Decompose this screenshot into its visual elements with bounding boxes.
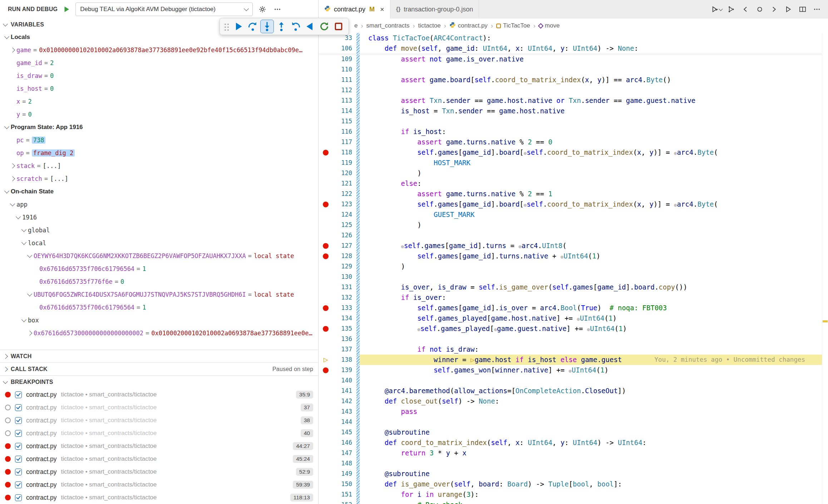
start-debug-button[interactable] — [62, 5, 71, 14]
code-line-content[interactable]: self.games_played[game.host.native] += ●… — [360, 313, 828, 323]
breakpoint-gutter[interactable]: ▷ — [319, 355, 333, 365]
variable-row[interactable]: game=0x010000000102010002a0693878ae37736… — [0, 44, 318, 56]
variables-scope-row[interactable]: Program State: App 1916 — [0, 121, 318, 134]
breakpoint-list-item[interactable]: contract.pytictactoe • smart_contracts/t… — [0, 427, 318, 440]
code-line-144[interactable]: 144 — [319, 417, 828, 427]
code-line-134[interactable]: 134 self.games_played[game.host.native] … — [319, 313, 828, 323]
variable-row[interactable]: pc=738 — [0, 134, 318, 147]
code-line-content[interactable]: @subroutine — [360, 427, 828, 438]
stop-button[interactable] — [332, 20, 345, 33]
code-line-137[interactable]: 137 if not is_draw: — [319, 344, 828, 355]
code-line-110[interactable]: 110 — [319, 64, 828, 75]
code-line-content[interactable] — [360, 334, 828, 344]
split-editor-button[interactable] — [797, 3, 809, 15]
code-line-content[interactable] — [360, 272, 828, 282]
code-line-143[interactable]: 143 pass — [319, 406, 828, 417]
code-line-117[interactable]: 117 assert game.turns.native % 2 == 0 — [319, 137, 828, 147]
code-line-content[interactable]: self.games[game_id].is_over = arc4.Bool(… — [360, 303, 828, 313]
step-out-button[interactable] — [275, 20, 288, 33]
breakpoint-gutter[interactable] — [319, 95, 333, 106]
more-views-icon[interactable] — [272, 4, 283, 15]
code-line-content[interactable] — [360, 85, 828, 95]
variable-row[interactable]: 0x67616d65735f706c61796564=1 — [0, 262, 318, 275]
debug-config-dropdown[interactable]: Debug TEAL via AlgoKit AVM Debugger (tic… — [75, 3, 253, 16]
breakpoint-gutter[interactable] — [319, 489, 333, 500]
code-line-152[interactable]: 152 # Row check — [319, 500, 828, 504]
code-line-content[interactable]: is_over, is_draw = self.is_game_over(sel… — [360, 282, 828, 292]
code-line-119[interactable]: 119 HOST_MARK — [319, 158, 828, 168]
code-line-content[interactable]: assert not game.is_over.native — [360, 54, 828, 64]
breakpoint-gutter[interactable] — [319, 220, 333, 230]
code-editor[interactable]: 33class TicTacToe(ARC4Contract):106 def … — [319, 33, 828, 504]
code-line-138[interactable]: ▷138 winner = ▷game.host if is_host else… — [319, 355, 828, 365]
code-line-111[interactable]: 111 assert game.board[self.coord_to_matr… — [319, 75, 828, 85]
code-line-content[interactable]: def is_game_over(self, board: Board) -> … — [360, 479, 828, 489]
breakpoint-gutter[interactable] — [319, 127, 333, 137]
breakpoint-checkbox[interactable] — [15, 417, 22, 424]
code-line-113[interactable]: 113 assert Txn.sender == game.host.nativ… — [319, 95, 828, 106]
breakpoint-gutter[interactable] — [319, 85, 333, 95]
code-line-content[interactable]: winner = ▷game.host if is_host else game… — [360, 355, 828, 365]
breadcrumb-item-tictactoe[interactable]: tictactoe — [418, 22, 440, 29]
breakpoint-gutter[interactable] — [319, 292, 333, 303]
variable-row[interactable]: is_host=0 — [0, 82, 318, 95]
code-line-145[interactable]: 145 @subroutine — [319, 427, 828, 438]
breakpoint-checkbox[interactable] — [15, 443, 22, 450]
variable-row[interactable]: 0x67616d65735f776f6e=0 — [0, 275, 318, 288]
code-line-content[interactable] — [360, 230, 828, 241]
step-into-button[interactable] — [261, 20, 273, 33]
code-line-150[interactable]: 150 def is_game_over(self, board: Board)… — [319, 479, 828, 489]
breakpoint-gutter[interactable] — [319, 189, 333, 199]
code-line-125[interactable]: 125 ) — [319, 220, 828, 230]
variable-row[interactable]: app — [0, 198, 318, 211]
navigate-back-icon[interactable] — [739, 3, 751, 15]
code-line-content[interactable]: self.games_won[winner.native] += ●UInt64… — [360, 365, 828, 375]
breadcrumb-item-smart_contracts[interactable]: smart_contracts — [366, 22, 409, 29]
breakpoint-gutter[interactable] — [319, 406, 333, 417]
breakpoint-checkbox[interactable] — [15, 481, 22, 488]
code-line-106[interactable]: 106 def move(self, game_id: UInt64, x: U… — [319, 43, 828, 54]
breakpoint-gutter[interactable] — [319, 75, 333, 85]
code-line-content[interactable]: assert Txn.sender == game.host.native or… — [360, 95, 828, 106]
reverse-continue-button[interactable] — [304, 20, 316, 33]
code-line-128[interactable]: 128 self.games[game_id].turns.native + ●… — [319, 251, 828, 261]
breakpoint-dot[interactable] — [323, 253, 329, 259]
breakpoint-list-item[interactable]: contract.pytictactoe • smart_contracts/t… — [0, 478, 318, 491]
variable-row[interactable]: 0x67616d6573000000000000000002=0x0100020… — [0, 327, 318, 340]
code-line-109[interactable]: 109 assert not game.is_over.native — [319, 54, 828, 64]
run-debug-icon[interactable] — [782, 3, 794, 15]
breakpoint-checkbox[interactable] — [15, 469, 22, 475]
breakpoint-gutter[interactable] — [319, 469, 333, 479]
toolbar-drag-handle[interactable] — [223, 22, 229, 31]
code-line-148[interactable]: 148 — [319, 458, 828, 469]
variable-row[interactable]: x=2 — [0, 95, 318, 108]
variable-row[interactable]: local — [0, 237, 318, 249]
breakpoint-gutter[interactable] — [319, 448, 333, 458]
code-line-132[interactable]: 132 if is_over: — [319, 292, 828, 303]
breakpoint-gutter[interactable] — [319, 106, 333, 116]
variable-row[interactable]: 0x67616d65735f706c61796564=1 — [0, 301, 318, 314]
breakpoint-gutter[interactable] — [319, 365, 333, 375]
breakpoint-dot[interactable] — [323, 326, 329, 332]
code-line-121[interactable]: 121 else: — [319, 178, 828, 189]
continue-button[interactable] — [232, 20, 245, 33]
breakpoint-checkbox[interactable] — [15, 391, 22, 398]
code-line-127[interactable]: 127 ●self.games[game_id].turns = ●arc4.U… — [319, 241, 828, 251]
breakpoint-gutter[interactable] — [319, 438, 333, 448]
breakpoint-gutter[interactable] — [319, 313, 333, 323]
breakpoint-gutter[interactable] — [319, 458, 333, 469]
breakpoint-gutter[interactable] — [319, 303, 333, 313]
gear-icon[interactable] — [257, 4, 268, 15]
code-line-140[interactable]: 140 — [319, 375, 828, 386]
code-line-content[interactable] — [360, 64, 828, 75]
breakpoint-gutter[interactable] — [319, 158, 333, 168]
code-line-115[interactable]: 115 — [319, 116, 828, 127]
code-line-120[interactable]: 120 ) — [319, 168, 828, 178]
breakpoint-gutter[interactable] — [319, 251, 333, 261]
code-line-136[interactable]: 136 — [319, 334, 828, 344]
code-line-content[interactable]: ●self.games[game_id].turns = ●arc4.UInt8… — [360, 241, 828, 251]
breakpoint-list-item[interactable]: contract.pytictactoe • smart_contracts/t… — [0, 465, 318, 478]
code-line-131[interactable]: 131 is_over, is_draw = self.is_game_over… — [319, 282, 828, 292]
code-line-content[interactable]: def coord_to_matrix_index(self, x: UInt6… — [360, 438, 828, 448]
breakpoint-gutter[interactable] — [319, 54, 333, 64]
